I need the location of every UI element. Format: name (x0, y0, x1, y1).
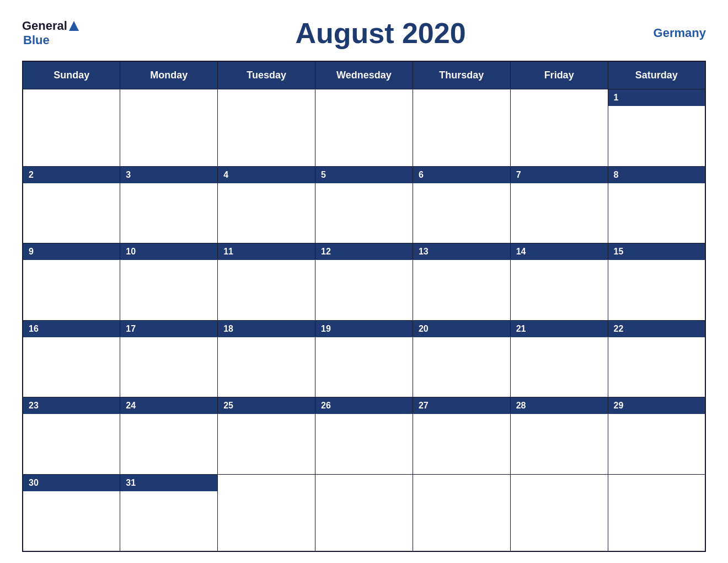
calendar-cell: 12 (315, 243, 413, 321)
day-cell-19: 19 (315, 321, 413, 397)
calendar-week-1: 1 (23, 89, 705, 167)
day-content (511, 183, 608, 243)
day-cell-28: 28 (511, 397, 608, 474)
day-number: 3 (120, 167, 217, 183)
day-content (511, 414, 608, 474)
calendar-cell: 10 (120, 243, 218, 321)
day-number: 4 (218, 167, 315, 183)
day-content (23, 183, 120, 243)
calendar-week-5: 23242526272829 (23, 397, 705, 475)
day-content (413, 183, 510, 243)
day-number: 24 (120, 397, 217, 414)
day-number: 28 (511, 397, 608, 414)
calendar-cell: 14 (510, 243, 608, 321)
calendar-cell: 1 (608, 89, 705, 167)
calendar-cell: 3 (120, 166, 218, 243)
calendar-cell: 5 (315, 166, 413, 243)
empty-cell (413, 475, 510, 551)
day-number: 19 (315, 321, 413, 337)
day-number: 14 (511, 243, 608, 260)
empty-cell (511, 89, 608, 166)
country-label: Germany (640, 26, 706, 40)
day-number: 20 (413, 321, 510, 337)
day-number: 12 (315, 243, 413, 260)
logo-area: General Blue (22, 19, 121, 47)
calendar-cell: 18 (218, 320, 315, 397)
calendar-cell (413, 89, 510, 167)
day-content (120, 414, 217, 474)
day-cell-3: 3 (120, 167, 217, 243)
calendar-cell: 7 (510, 166, 608, 243)
day-content (413, 414, 510, 474)
empty-cell (218, 475, 315, 551)
calendar-cell (23, 89, 120, 167)
day-number: 1 (608, 89, 705, 106)
calendar-title: August 2020 (121, 17, 640, 50)
day-number: 5 (315, 167, 413, 183)
calendar-cell: 31 (120, 474, 218, 551)
calendar-week-6: 3031 (23, 474, 705, 551)
calendar-cell: 29 (608, 397, 705, 475)
day-number: 11 (218, 243, 315, 260)
day-number: 2 (23, 167, 120, 183)
calendar-cell (510, 474, 608, 551)
day-content (511, 260, 608, 320)
day-content (315, 183, 413, 243)
calendar-cell: 25 (218, 397, 315, 475)
day-content (23, 491, 120, 551)
calendar-cell: 30 (23, 474, 120, 551)
logo-general-text: General (22, 19, 67, 33)
calendar-cell (413, 474, 510, 551)
day-content (608, 414, 705, 474)
day-number: 27 (413, 397, 510, 414)
day-number: 7 (511, 167, 608, 183)
day-number: 10 (120, 243, 217, 260)
column-header-saturday: Saturday (608, 61, 705, 89)
day-content (218, 260, 315, 320)
logo-blue-text: Blue (23, 33, 50, 47)
day-cell-23: 23 (23, 397, 120, 474)
day-content (23, 337, 120, 397)
calendar-cell: 24 (120, 397, 218, 475)
day-cell-17: 17 (120, 321, 217, 397)
day-content (511, 337, 608, 397)
calendar-cell: 9 (23, 243, 120, 321)
calendar-cell: 2 (23, 166, 120, 243)
calendar-cell (510, 89, 608, 167)
day-content (315, 414, 413, 474)
empty-cell (23, 89, 120, 166)
empty-cell (608, 475, 705, 551)
day-cell-14: 14 (511, 243, 608, 320)
day-cell-18: 18 (218, 321, 315, 397)
calendar-cell: 13 (413, 243, 510, 321)
day-cell-25: 25 (218, 397, 315, 474)
empty-cell (315, 475, 413, 551)
day-cell-16: 16 (23, 321, 120, 397)
calendar-cell: 11 (218, 243, 315, 321)
calendar-cell: 20 (413, 320, 510, 397)
logo: General Blue (22, 19, 79, 47)
calendar-cell: 28 (510, 397, 608, 475)
calendar-cell: 15 (608, 243, 705, 321)
day-content (218, 337, 315, 397)
calendar-cell (218, 89, 315, 167)
day-content (23, 414, 120, 474)
day-cell-26: 26 (315, 397, 413, 474)
day-cell-30: 30 (23, 475, 120, 551)
day-cell-27: 27 (413, 397, 510, 474)
day-cell-4: 4 (218, 167, 315, 243)
day-cell-24: 24 (120, 397, 217, 474)
calendar-cell (315, 474, 413, 551)
calendar-cell: 17 (120, 320, 218, 397)
day-cell-7: 7 (511, 167, 608, 243)
day-content (120, 260, 217, 320)
day-content (315, 337, 413, 397)
calendar-cell: 4 (218, 166, 315, 243)
column-header-tuesday: Tuesday (218, 61, 315, 89)
day-cell-10: 10 (120, 243, 217, 320)
day-cell-8: 8 (608, 167, 705, 243)
day-content (608, 183, 705, 243)
day-number: 29 (608, 397, 705, 414)
day-cell-5: 5 (315, 167, 413, 243)
column-header-sunday: Sunday (23, 61, 120, 89)
